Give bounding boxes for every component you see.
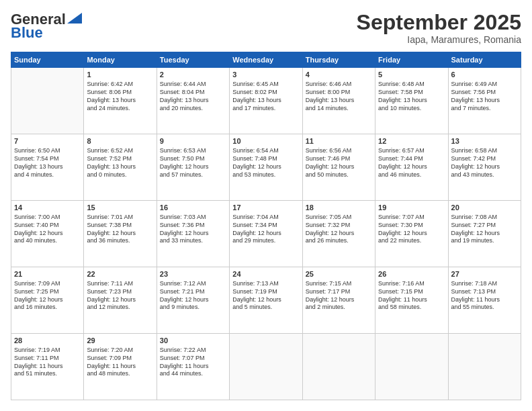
day-cell xyxy=(302,334,375,400)
day-info: and 2 minutes. xyxy=(306,304,372,312)
day-info: Sunset: 7:25 PM xyxy=(14,288,81,296)
day-info: Sunset: 7:36 PM xyxy=(160,222,226,230)
day-number: 9 xyxy=(160,136,226,146)
day-info: and 19 minutes. xyxy=(451,237,518,245)
day-cell: 23Sunrise: 7:12 AMSunset: 7:21 PMDayligh… xyxy=(157,267,229,334)
day-number: 10 xyxy=(232,136,299,146)
day-number: 23 xyxy=(160,269,226,279)
day-info: Daylight: 13 hours xyxy=(232,97,299,105)
day-number: 14 xyxy=(14,203,81,212)
day-cell: 9Sunrise: 6:53 AMSunset: 7:50 PMDaylight… xyxy=(157,134,229,201)
day-number: 11 xyxy=(306,136,372,146)
day-info: Sunrise: 7:09 AM xyxy=(14,280,81,288)
day-info: and 26 minutes. xyxy=(306,237,372,245)
logo-icon xyxy=(67,13,82,24)
day-cell: 8Sunrise: 6:52 AMSunset: 7:52 PMDaylight… xyxy=(84,134,157,201)
day-info: Sunset: 7:42 PM xyxy=(451,155,518,163)
logo: General Blue xyxy=(11,11,82,42)
header: General Blue September 2025 Iapa, Maramu… xyxy=(11,11,521,45)
day-number: 15 xyxy=(87,203,153,212)
day-cell: 29Sunrise: 7:20 AMSunset: 7:09 PMDayligh… xyxy=(84,334,157,400)
week-row-4: 21Sunrise: 7:09 AMSunset: 7:25 PMDayligh… xyxy=(11,267,521,334)
day-cell: 17Sunrise: 7:04 AMSunset: 7:34 PMDayligh… xyxy=(230,201,302,267)
day-info: Sunset: 7:58 PM xyxy=(378,89,445,97)
day-info: Sunrise: 6:58 AM xyxy=(451,147,518,155)
day-info: Sunrise: 7:08 AM xyxy=(451,214,518,222)
day-info: and 22 minutes. xyxy=(378,237,445,245)
day-info: Daylight: 12 hours xyxy=(87,230,153,238)
week-row-2: 7Sunrise: 6:50 AMSunset: 7:54 PMDaylight… xyxy=(11,134,521,201)
day-info: and 53 minutes. xyxy=(232,171,299,179)
day-info: Sunrise: 6:53 AM xyxy=(160,147,226,155)
day-cell: 5Sunrise: 6:48 AMSunset: 7:58 PMDaylight… xyxy=(375,68,448,134)
day-info: and 46 minutes. xyxy=(378,171,445,179)
day-number: 6 xyxy=(451,70,518,79)
day-number: 7 xyxy=(14,136,81,146)
day-info: Sunrise: 6:42 AM xyxy=(87,81,153,89)
page: General Blue September 2025 Iapa, Maramu… xyxy=(0,0,532,411)
day-info: Daylight: 11 hours xyxy=(87,363,153,371)
day-cell: 26Sunrise: 7:16 AMSunset: 7:15 PMDayligh… xyxy=(375,267,448,334)
day-info: Sunset: 7:48 PM xyxy=(232,155,299,163)
day-info: Sunrise: 7:05 AM xyxy=(306,214,372,222)
day-info: and 33 minutes. xyxy=(160,237,226,245)
day-info: Sunrise: 7:15 AM xyxy=(306,280,372,288)
day-cell: 24Sunrise: 7:13 AMSunset: 7:19 PMDayligh… xyxy=(230,267,302,334)
day-number: 21 xyxy=(14,269,81,279)
day-number: 26 xyxy=(378,269,445,279)
day-info: Sunset: 7:09 PM xyxy=(87,355,153,363)
day-cell: 18Sunrise: 7:05 AMSunset: 7:32 PMDayligh… xyxy=(302,201,375,267)
day-info: and 36 minutes. xyxy=(87,237,153,245)
day-info: Sunrise: 7:03 AM xyxy=(160,214,226,222)
day-info: and 48 minutes. xyxy=(87,370,153,378)
day-info: Sunrise: 6:54 AM xyxy=(232,147,299,155)
day-info: Sunrise: 7:04 AM xyxy=(232,214,299,222)
day-info: Sunrise: 7:11 AM xyxy=(87,280,153,288)
week-row-5: 28Sunrise: 7:19 AMSunset: 7:11 PMDayligh… xyxy=(11,334,521,400)
day-info: Sunrise: 7:22 AM xyxy=(160,347,226,355)
day-cell: 25Sunrise: 7:15 AMSunset: 7:17 PMDayligh… xyxy=(302,267,375,334)
location: Iapa, Maramures, Romania xyxy=(357,34,521,45)
day-number: 25 xyxy=(306,269,372,279)
day-info: Daylight: 12 hours xyxy=(451,230,518,238)
weekday-friday: Friday xyxy=(375,52,448,68)
day-info: Sunrise: 6:50 AM xyxy=(14,147,81,155)
day-info: Daylight: 12 hours xyxy=(306,163,372,171)
day-info: Sunset: 7:52 PM xyxy=(87,155,153,163)
weekday-monday: Monday xyxy=(84,52,157,68)
day-info: Sunrise: 7:18 AM xyxy=(451,280,518,288)
day-info: Daylight: 12 hours xyxy=(87,296,153,304)
day-info: Sunrise: 7:19 AM xyxy=(14,347,81,355)
day-cell: 20Sunrise: 7:08 AMSunset: 7:27 PMDayligh… xyxy=(448,201,521,267)
day-number: 1 xyxy=(87,70,153,79)
day-info: Daylight: 13 hours xyxy=(87,97,153,105)
day-cell: 3Sunrise: 6:45 AMSunset: 8:02 PMDaylight… xyxy=(230,68,302,134)
day-info: and 55 minutes. xyxy=(451,304,518,312)
day-cell: 28Sunrise: 7:19 AMSunset: 7:11 PMDayligh… xyxy=(11,334,84,400)
day-info: Sunrise: 7:13 AM xyxy=(232,280,299,288)
day-cell: 22Sunrise: 7:11 AMSunset: 7:23 PMDayligh… xyxy=(84,267,157,334)
day-number: 19 xyxy=(378,203,445,212)
day-info: Sunset: 7:40 PM xyxy=(14,222,81,230)
day-info: Sunset: 7:46 PM xyxy=(306,155,372,163)
logo-blue: Blue xyxy=(11,24,43,42)
day-info: Sunset: 7:23 PM xyxy=(87,288,153,296)
weekday-thursday: Thursday xyxy=(302,52,375,68)
day-info: Sunrise: 6:46 AM xyxy=(306,81,372,89)
day-cell: 30Sunrise: 7:22 AMSunset: 7:07 PMDayligh… xyxy=(157,334,229,400)
day-number: 24 xyxy=(232,269,299,279)
day-info: Daylight: 12 hours xyxy=(232,296,299,304)
day-info: and 0 minutes. xyxy=(87,171,153,179)
day-info: Sunset: 8:02 PM xyxy=(232,89,299,97)
day-info: and 14 minutes. xyxy=(306,105,372,113)
day-info: Daylight: 13 hours xyxy=(306,97,372,105)
month-title: September 2025 xyxy=(357,11,521,34)
day-info: Daylight: 13 hours xyxy=(160,97,226,105)
day-info: and 43 minutes. xyxy=(451,171,518,179)
day-number: 29 xyxy=(87,336,153,345)
day-cell xyxy=(230,334,302,400)
day-cell: 1Sunrise: 6:42 AMSunset: 8:06 PMDaylight… xyxy=(84,68,157,134)
day-info: Sunrise: 6:56 AM xyxy=(306,147,372,155)
day-number: 20 xyxy=(451,203,518,212)
day-info: Sunset: 7:15 PM xyxy=(378,288,445,296)
